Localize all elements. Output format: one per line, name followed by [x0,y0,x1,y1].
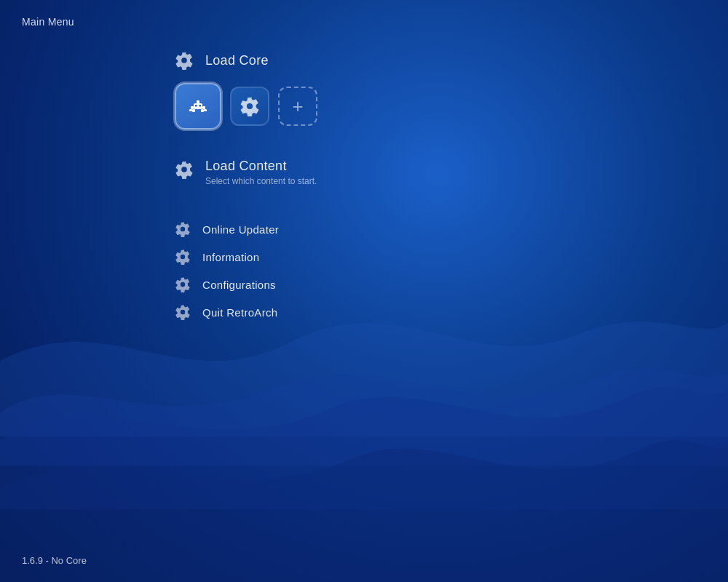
load-content-icon [175,160,194,179]
load-content-group: Load Content Select which content to sta… [205,159,317,186]
online-updater-icon [175,221,191,237]
online-updater-label: Online Updater [202,223,279,236]
menu-area: Load Core [175,44,539,326]
svg-rect-7 [201,109,204,112]
svg-rect-5 [204,109,207,111]
information-label: Information [202,251,259,263]
version-info: 1.6.9 - No Core [22,555,87,566]
load-content-sublabel: Select which content to start. [205,176,317,186]
load-core-label: Load Core [205,53,269,68]
online-updater-row[interactable]: Online Updater [175,215,539,243]
svg-rect-1 [191,106,194,109]
svg-rect-8 [195,105,197,107]
configurations-icon [175,276,191,292]
load-core-icon [175,51,194,70]
information-row[interactable]: Information [175,243,539,271]
secondary-menu: Online Updater Information Configuration… [175,215,539,326]
quit-icon [175,304,191,320]
settings-icon [240,96,260,116]
svg-rect-9 [199,105,202,107]
configurations-label: Configurations [202,279,276,291]
plus-icon: + [292,97,303,116]
core-icons-row: + [175,77,539,144]
load-content-label: Load Content [205,159,317,174]
load-content-row[interactable]: Load Content Select which content to sta… [175,151,539,194]
configurations-row[interactable]: Configurations [175,271,539,298]
settings-core-icon[interactable] [230,87,269,126]
svg-rect-3 [197,100,199,105]
active-core-icon[interactable] [175,83,221,129]
quit-label: Quit RetroArch [202,306,277,319]
main-content: Main Menu Load Core [0,0,728,582]
page-title: Main Menu [22,16,74,28]
spaceship-icon [182,90,214,122]
load-core-row[interactable]: Load Core [175,44,539,77]
svg-rect-6 [192,109,195,112]
add-core-icon[interactable]: + [278,87,317,126]
svg-rect-2 [202,106,205,109]
quit-retroarch-row[interactable]: Quit RetroArch [175,298,539,326]
svg-rect-4 [189,109,192,111]
information-icon [175,249,191,265]
